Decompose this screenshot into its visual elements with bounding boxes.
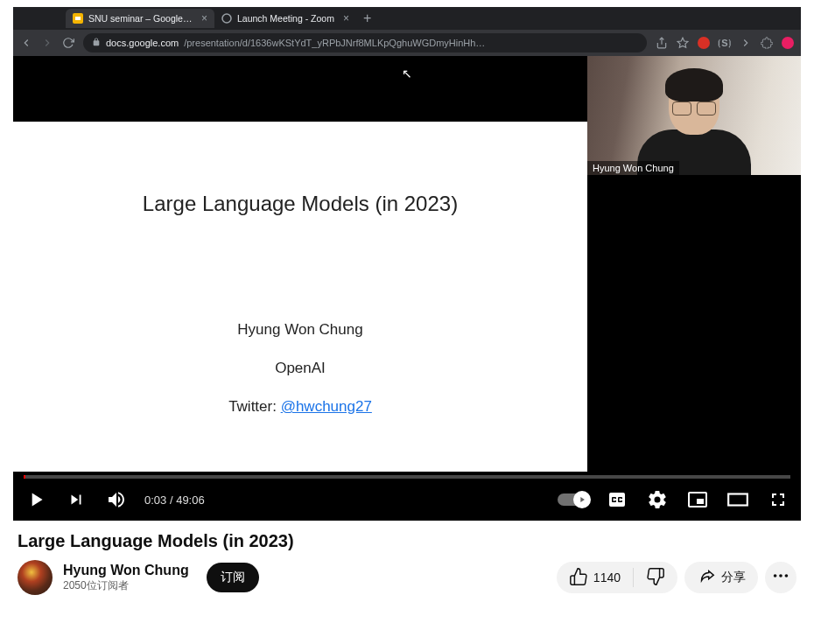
- url-bar[interactable]: docs.google.com/presentation/d/1636wKStY…: [83, 33, 647, 52]
- tab-close-icon[interactable]: ×: [201, 12, 207, 24]
- video-content-area[interactable]: ↖ Large Language Models (in 2023) Hyung …: [13, 56, 801, 475]
- tab-close-icon[interactable]: ×: [343, 12, 349, 24]
- video-player: SNU seminar – Google Slides × Launch Mee…: [13, 7, 801, 521]
- speaker-camera-tile: Hyung Won Chung: [587, 56, 801, 175]
- mouse-cursor-icon: ↖: [402, 66, 412, 80]
- new-tab-button[interactable]: +: [356, 10, 378, 26]
- share-icon: [697, 567, 716, 589]
- nav-forward-icon[interactable]: [41, 37, 53, 49]
- svg-marker-4: [677, 38, 688, 47]
- subscriber-count: 2050位订阅者: [63, 578, 189, 593]
- share-label: 分享: [721, 570, 746, 585]
- speaker-name-label: Hyung Won Chung: [587, 161, 679, 175]
- subscribe-button[interactable]: 订阅: [207, 563, 259, 592]
- extensions-puzzle-icon[interactable]: [761, 37, 773, 49]
- extension-icon[interactable]: ⟮S⟯: [719, 37, 731, 49]
- video-progress-bar[interactable]: [24, 475, 790, 479]
- autoplay-toggle[interactable]: [558, 494, 589, 506]
- like-button[interactable]: 1140: [557, 562, 633, 593]
- more-horizontal-icon: [771, 566, 790, 589]
- extension-icon[interactable]: [698, 37, 710, 49]
- video-progress-fill: [24, 475, 25, 479]
- browser-tab-title: SNU seminar – Google Slides: [88, 13, 193, 24]
- lock-icon: [92, 38, 101, 48]
- slide-twitter-label: Twitter:: [228, 398, 281, 415]
- video-info-section: Large Language Models (in 2023) Hyung Wo…: [0, 521, 814, 595]
- thumbs-down-icon: [646, 567, 665, 589]
- slides-favicon-icon: [73, 13, 83, 24]
- nav-back-icon[interactable]: [20, 37, 32, 49]
- browser-tab-zoom[interactable]: Launch Meeting - Zoom ×: [214, 9, 356, 28]
- channel-info[interactable]: Hyung Won Chung 2050位订阅者: [63, 563, 189, 593]
- dislike-button[interactable]: [634, 562, 677, 593]
- svg-rect-1: [75, 17, 81, 20]
- thumbs-up-icon: [569, 567, 588, 589]
- next-button[interactable]: [64, 487, 88, 512]
- player-controls: 0:03 / 49:06: [13, 479, 801, 521]
- zoom-favicon-icon: [221, 13, 232, 24]
- svg-rect-5: [728, 494, 747, 506]
- star-bookmark-icon[interactable]: [677, 37, 689, 49]
- slide-org: OpenAI: [31, 360, 570, 377]
- time-display: 0:03 / 49:06: [144, 494, 205, 507]
- autoplay-knob-icon: [573, 491, 591, 508]
- browser-tab-strip: SNU seminar – Google Slides × Launch Mee…: [13, 7, 801, 30]
- theater-mode-button[interactable]: [726, 487, 750, 512]
- browser-action-icons: ⟮S⟯: [656, 37, 794, 49]
- channel-name: Hyung Won Chung: [63, 563, 189, 578]
- slide-title: Large Language Models (in 2023): [31, 192, 570, 216]
- profile-avatar-icon[interactable]: [782, 37, 794, 49]
- share-page-icon[interactable]: [656, 37, 668, 49]
- slide-twitter-line: Twitter: @hwchung27: [31, 398, 570, 416]
- fullscreen-button[interactable]: [766, 487, 790, 512]
- video-meta-row: Hyung Won Chung 2050位订阅者 订阅 1140: [18, 560, 796, 595]
- speaker-figure: [628, 65, 760, 175]
- svg-point-2: [222, 14, 231, 23]
- action-buttons: 1140 分享: [557, 562, 796, 593]
- settings-button[interactable]: [645, 487, 670, 512]
- channel-avatar[interactable]: [18, 560, 53, 595]
- like-count: 1140: [593, 570, 621, 584]
- browser-tab-slides[interactable]: SNU seminar – Google Slides ×: [66, 9, 214, 28]
- browser-tab-title: Launch Meeting - Zoom: [237, 13, 334, 24]
- captions-button[interactable]: [605, 487, 629, 512]
- svg-point-7: [779, 574, 782, 578]
- miniplayer-button[interactable]: [685, 487, 710, 512]
- url-domain: docs.google.com: [106, 38, 179, 48]
- current-time: 0:03: [144, 494, 166, 507]
- nav-reload-icon[interactable]: [62, 37, 74, 49]
- url-path: /presentation/d/1636wKStYdT_yRPbJNrf8MLK…: [184, 38, 485, 48]
- video-title: Large Language Models (in 2023): [18, 531, 796, 551]
- volume-button[interactable]: [104, 487, 129, 512]
- more-actions-button[interactable]: [765, 562, 796, 593]
- play-button[interactable]: [24, 487, 48, 512]
- svg-point-8: [785, 574, 789, 578]
- duration: 49:06: [176, 494, 205, 507]
- extension-icon[interactable]: [740, 37, 752, 49]
- presentation-slide: Large Language Models (in 2023) Hyung Wo…: [13, 122, 587, 472]
- slide-twitter-handle: @hwchung27: [281, 398, 372, 415]
- slide-author: Hyung Won Chung: [31, 321, 570, 339]
- shared-browser-chrome: SNU seminar – Google Slides × Launch Mee…: [13, 7, 801, 56]
- shared-slide-area: ↖ Large Language Models (in 2023) Hyung …: [13, 56, 587, 472]
- like-dislike-pill: 1140: [557, 562, 677, 593]
- svg-point-6: [774, 574, 777, 578]
- browser-address-row: docs.google.com/presentation/d/1636wKStY…: [13, 30, 801, 56]
- share-button[interactable]: 分享: [684, 562, 758, 593]
